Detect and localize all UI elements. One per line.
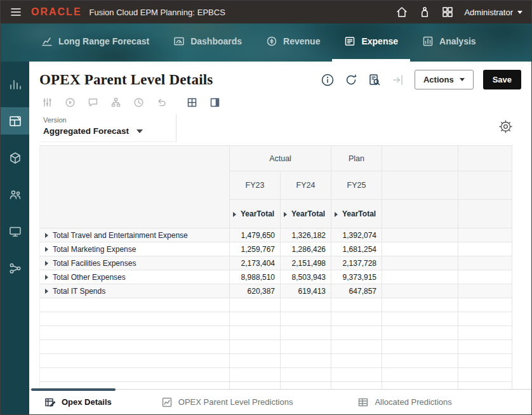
expand-icon[interactable] bbox=[233, 212, 236, 217]
expand-icon[interactable] bbox=[45, 233, 48, 238]
empty-cell bbox=[331, 326, 382, 340]
period-header-empty bbox=[382, 200, 458, 228]
period-header: YearTotal bbox=[331, 200, 382, 228]
grid-icon[interactable] bbox=[187, 97, 197, 108]
empty-cell bbox=[281, 368, 331, 382]
undo-icon[interactable] bbox=[156, 97, 167, 108]
apps-grid-icon[interactable] bbox=[441, 6, 454, 18]
empty-cell bbox=[458, 270, 512, 284]
data-cell[interactable]: 2,151,498 bbox=[281, 256, 331, 270]
grid-corner-cell bbox=[40, 146, 230, 228]
opex-details-icon bbox=[44, 397, 56, 408]
history-icon[interactable] bbox=[133, 97, 144, 108]
tab-opex-parent-level-predictions[interactable]: OPEX Parent Level Predictions bbox=[155, 397, 300, 408]
tab-allocated-predictions[interactable]: Allocated Predictions bbox=[351, 397, 458, 408]
rail-item-analytics[interactable] bbox=[1, 70, 29, 98]
data-cell[interactable]: 1,479,650 bbox=[230, 228, 281, 242]
empty-cell bbox=[230, 368, 281, 382]
nav-tab-label: Revenue bbox=[283, 36, 320, 46]
open-drawer-icon[interactable] bbox=[391, 73, 405, 87]
data-cell[interactable]: 2,173,404 bbox=[230, 256, 281, 270]
tab-label: Opex Details bbox=[62, 397, 112, 407]
refresh-icon[interactable] bbox=[344, 73, 358, 87]
rail-item-approvals[interactable] bbox=[1, 218, 29, 245]
caret-down-icon bbox=[460, 78, 465, 81]
expand-icon[interactable] bbox=[45, 275, 48, 280]
data-cell[interactable]: 1,286,426 bbox=[281, 242, 331, 256]
rail-item-forms[interactable] bbox=[1, 107, 29, 135]
cube-icon bbox=[8, 151, 22, 165]
gear-icon[interactable] bbox=[499, 120, 512, 133]
info-icon[interactable] bbox=[321, 73, 335, 87]
rail-item-process[interactable] bbox=[1, 254, 29, 282]
nav-tab-expense[interactable]: Expense bbox=[332, 23, 410, 62]
form-toolbar bbox=[29, 93, 531, 111]
hamburger-menu-icon[interactable] bbox=[10, 6, 22, 18]
save-button[interactable]: Save bbox=[483, 70, 521, 89]
empty-row bbox=[40, 340, 512, 354]
data-cell[interactable]: 2,137,728 bbox=[331, 256, 382, 270]
empty-cell bbox=[382, 326, 458, 340]
data-cell[interactable]: 647,857 bbox=[331, 284, 382, 298]
row-label-text: Total Facilities Expenses bbox=[53, 259, 136, 268]
title-actions: Actions Save bbox=[321, 70, 521, 89]
assistance-icon[interactable] bbox=[418, 6, 431, 18]
user-menu[interactable]: Administrator bbox=[464, 8, 522, 17]
data-cell[interactable]: 1,681,254 bbox=[331, 242, 382, 256]
expand-icon[interactable] bbox=[45, 289, 48, 294]
adjust-icon[interactable] bbox=[42, 97, 53, 108]
row-label[interactable]: Total Travel and Entertainment Expense bbox=[40, 228, 230, 242]
nav-tab-analysis[interactable]: Analysis bbox=[410, 23, 488, 62]
rail-item-cube[interactable] bbox=[1, 144, 29, 171]
row-label-text: Total Marketing Expense bbox=[53, 245, 136, 254]
analytics-icon bbox=[8, 77, 22, 91]
data-cell[interactable]: 619,413 bbox=[281, 284, 331, 298]
period-header: YearTotal bbox=[281, 200, 331, 228]
data-cell[interactable]: 8,988,510 bbox=[230, 270, 281, 284]
row-label[interactable]: Total Other Expenses bbox=[40, 270, 230, 284]
expand-icon[interactable] bbox=[45, 261, 48, 266]
expand-icon[interactable] bbox=[45, 247, 48, 252]
users-icon bbox=[8, 188, 22, 202]
main-column: OPEX Parent Level Details Actions Save bbox=[29, 62, 531, 414]
comment-icon[interactable] bbox=[88, 97, 98, 108]
rules-icon[interactable] bbox=[65, 97, 76, 108]
data-cell[interactable]: 8,503,943 bbox=[281, 270, 331, 284]
nav-tab-label: Analysis bbox=[439, 36, 476, 46]
nav-tab-dashboards[interactable]: Dashboards bbox=[161, 23, 254, 62]
row-label[interactable]: Total Marketing Expense bbox=[40, 242, 230, 256]
nav-tab-revenue[interactable]: Revenue bbox=[254, 23, 332, 62]
app-window: ORACLE Fusion Cloud EPM Planning:EPBCS A… bbox=[0, 0, 532, 415]
year-header-empty bbox=[458, 171, 512, 200]
data-cell[interactable]: 9,373,915 bbox=[331, 270, 382, 284]
empty-cell bbox=[230, 354, 281, 368]
actions-button[interactable]: Actions bbox=[415, 70, 474, 89]
row-label-text: Total IT Spends bbox=[53, 287, 105, 296]
empty-cell bbox=[458, 382, 512, 390]
revenue-icon bbox=[266, 36, 277, 47]
data-cell[interactable]: 1,392,074 bbox=[331, 228, 382, 242]
row-label[interactable]: Total IT Spends bbox=[40, 284, 230, 298]
expand-icon[interactable] bbox=[284, 212, 287, 217]
cluster-nav: Long Range Forecast Dashboards Revenue E… bbox=[1, 23, 531, 62]
home-icon[interactable] bbox=[396, 6, 408, 18]
empty-row bbox=[40, 298, 512, 312]
tab-opex-details[interactable]: Opex Details bbox=[38, 397, 118, 408]
grid-search-icon[interactable] bbox=[368, 73, 382, 87]
version-dropdown[interactable]: Aggregated Forecast bbox=[43, 126, 143, 136]
global-header: ORACLE Fusion Cloud EPM Planning:EPBCS A… bbox=[1, 1, 531, 23]
pov-dimension-label: Version bbox=[43, 116, 143, 124]
row-label[interactable]: Total Facilities Expenses bbox=[40, 256, 230, 270]
format-icon[interactable] bbox=[209, 97, 220, 108]
empty-cell bbox=[382, 382, 458, 390]
expand-icon[interactable] bbox=[335, 212, 338, 217]
data-cell[interactable]: 1,259,767 bbox=[230, 242, 281, 256]
rail-item-users[interactable] bbox=[1, 181, 29, 208]
row-label-text: Total Travel and Entertainment Expense bbox=[53, 231, 188, 240]
data-cell[interactable]: 1,326,182 bbox=[281, 228, 331, 242]
actions-button-label: Actions bbox=[423, 75, 454, 84]
data-cell[interactable]: 620,387 bbox=[230, 284, 281, 298]
hierarchy-icon[interactable] bbox=[110, 97, 121, 108]
nav-tab-long-range-forecast[interactable]: Long Range Forecast bbox=[29, 23, 161, 62]
scenario-header-empty bbox=[382, 146, 458, 171]
